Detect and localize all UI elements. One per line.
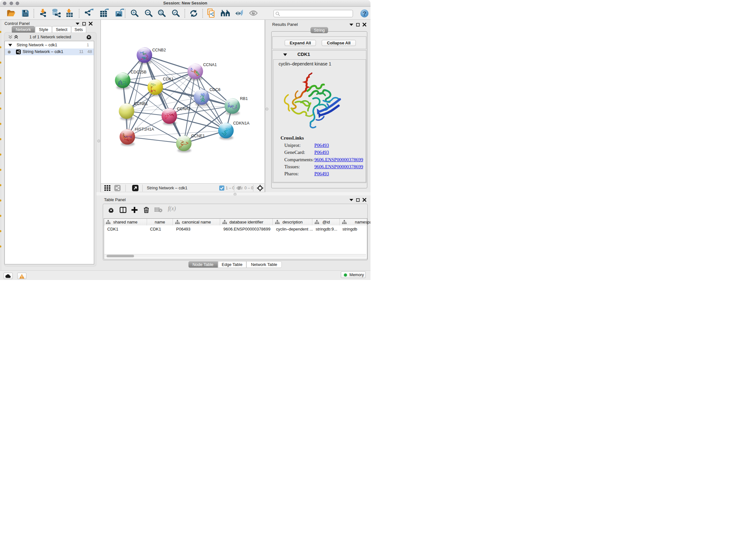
svg-text:?: ?	[362, 10, 366, 17]
